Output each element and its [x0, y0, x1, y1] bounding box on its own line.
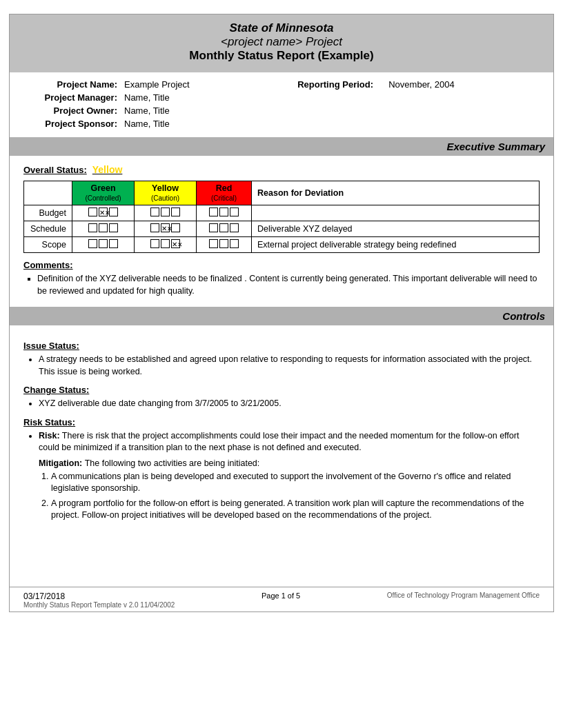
footer: 03/17/2018 Monthly Status Report Templat… — [10, 587, 553, 611]
footer-left: 03/17/2018 Monthly Status Report Templat… — [23, 592, 175, 609]
footer-date: 03/17/2018 — [23, 592, 175, 601]
controls-content: Issue Status: A strategy needs to be est… — [10, 331, 553, 532]
red-checkboxes — [197, 221, 252, 237]
project-info: Project Name: Example Project Reporting … — [10, 72, 553, 137]
green-checkboxes — [72, 221, 135, 237]
controls-header: Controls — [10, 307, 553, 325]
reporting-period-label: Reporting Period: — [295, 78, 384, 91]
red-checkboxes — [197, 205, 252, 221]
header-line1: State of Minnesota — [23, 21, 540, 35]
green-checkboxes: ✕ — [72, 205, 135, 221]
status-row-label: Scope — [24, 237, 72, 253]
project-owner-value: Name, Title — [120, 104, 267, 117]
reason-cell: Deliverable XYZ delayed — [252, 221, 540, 237]
change-status-label: Change Status: — [23, 385, 540, 395]
risk-list: Risk: There is risk that the project acc… — [39, 430, 540, 454]
page: State of Minnesota <project name> Projec… — [9, 14, 554, 612]
mitigation-intro: The following two activities are being i… — [85, 458, 260, 468]
change-item: XYZ deliverable due date changing from 3… — [39, 398, 540, 410]
risk-status-label: Risk Status: — [23, 417, 540, 427]
project-name-value: Example Project — [120, 78, 267, 91]
yellow-checkboxes: ✕ — [135, 221, 197, 237]
footer-center: Page 1 of 5 — [261, 592, 300, 600]
comments-section: Comments: Definition of the XYZ delivera… — [23, 260, 540, 297]
footer-template-info: Monthly Status Report Template v 2.0 11/… — [23, 601, 175, 609]
issue-status-label: Issue Status: — [23, 341, 540, 351]
footer-office: Office of Technology Program Management … — [387, 592, 540, 599]
overall-status-row: Overall Status: Yellow — [23, 164, 540, 175]
footer-page-info: Page 1 of 5 — [261, 592, 300, 600]
project-name-label: Project Name: — [30, 78, 120, 91]
footer-office-name: Office of Technology Program Management … — [387, 592, 540, 599]
project-sponsor-label: Project Sponsor: — [30, 117, 120, 130]
status-row-label: Budget — [24, 205, 72, 221]
project-sponsor-value: Name, Title — [120, 117, 267, 130]
comments-label: Comments: — [23, 260, 540, 270]
red-header: Red (Critical) — [197, 181, 252, 205]
status-row-label: Schedule — [24, 221, 72, 237]
mitigation-item: A communications plan is being developed… — [51, 471, 540, 495]
executive-summary-header: Executive Summary — [10, 137, 553, 156]
mitigation-label: Mitigation: The following two activities… — [39, 458, 540, 468]
yellow-header: Yellow (Caution) — [135, 181, 197, 205]
header-line3: Monthly Status Report (Example) — [23, 49, 540, 63]
mitigation-list: A communications plan is being developed… — [51, 471, 540, 522]
overall-status-value: Yellow — [92, 164, 123, 175]
project-manager-value: Name, Title — [120, 91, 267, 104]
comment-item: Definition of the XYZ deliverable needs … — [37, 273, 540, 297]
reason-cell — [252, 205, 540, 221]
yellow-checkboxes — [135, 205, 197, 221]
page-header: State of Minnesota <project name> Projec… — [10, 14, 553, 72]
overall-status-label: Overall Status: — [23, 165, 87, 175]
executive-summary-content: Overall Status: Yellow Green (Controlled… — [10, 161, 553, 307]
yellow-checkboxes: ✕ — [135, 237, 197, 253]
change-list: XYZ deliverable due date changing from 3… — [39, 398, 540, 410]
mitigation-item: A program portfolio for the follow-on ef… — [51, 498, 540, 522]
project-manager-label: Project Manager: — [30, 91, 120, 104]
header-line2: <project name> Project — [23, 35, 540, 49]
status-table: Green (Controlled) Yellow (Caution) Red … — [23, 181, 540, 253]
reason-header: Reason for Deviation — [252, 181, 540, 205]
issue-item: A strategy needs to be established and a… — [39, 354, 540, 378]
green-checkboxes — [72, 237, 135, 253]
risk-item: Risk: There is risk that the project acc… — [39, 430, 540, 454]
reason-cell: External project deliverable strategy be… — [252, 237, 540, 253]
red-checkboxes — [197, 237, 252, 253]
project-owner-label: Project Owner: — [30, 104, 120, 117]
green-header: Green (Controlled) — [72, 181, 135, 205]
reporting-period-value: November, 2004 — [384, 78, 533, 91]
issue-list: A strategy needs to be established and a… — [39, 354, 540, 378]
comments-list: Definition of the XYZ deliverable needs … — [37, 273, 540, 297]
